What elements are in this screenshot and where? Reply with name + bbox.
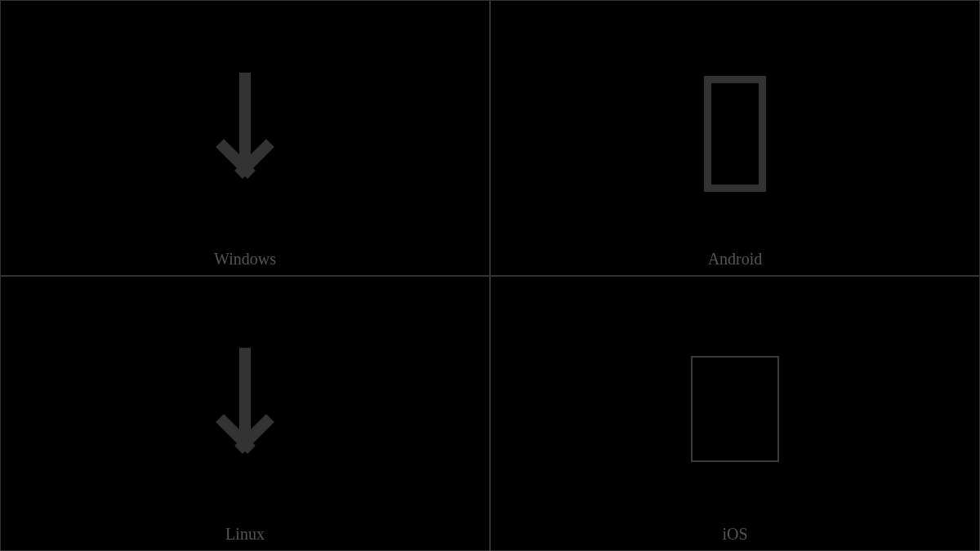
panel-android: Android xyxy=(490,0,980,276)
glyph-comparison-grid: Windows Android Linux iOS xyxy=(0,0,980,551)
panel-windows: Windows xyxy=(0,0,490,276)
panel-label: Linux xyxy=(1,525,489,544)
panel-label: Android xyxy=(491,250,979,269)
missing-glyph-icon xyxy=(691,356,779,462)
glyph-area xyxy=(1,1,489,275)
down-arrow-icon xyxy=(208,348,282,470)
panel-label: iOS xyxy=(491,525,979,544)
panel-ios: iOS xyxy=(490,276,980,552)
down-arrow-icon xyxy=(208,73,282,195)
panel-linux: Linux xyxy=(0,276,490,552)
glyph-area xyxy=(491,1,979,275)
glyph-area xyxy=(1,277,489,551)
panel-label: Windows xyxy=(1,250,489,269)
glyph-area xyxy=(491,277,979,551)
missing-glyph-icon xyxy=(704,76,766,192)
